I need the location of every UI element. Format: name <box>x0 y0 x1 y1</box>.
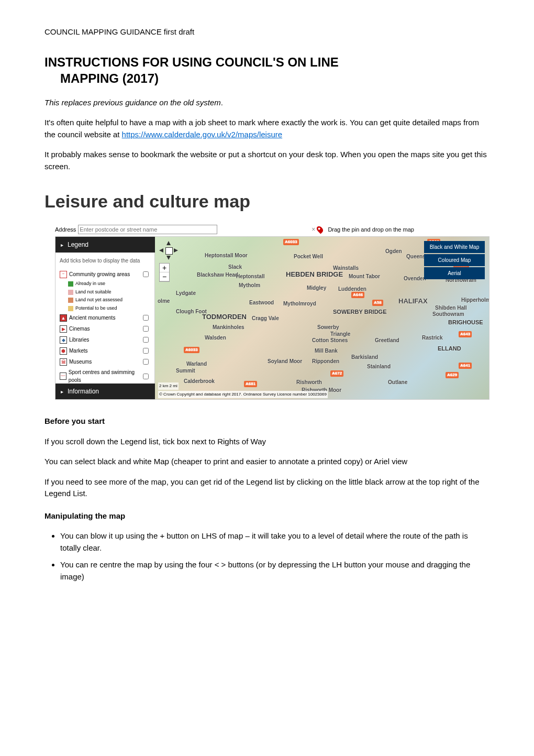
map-place: Soyland Moor <box>268 357 302 365</box>
map-topbar: Address × Drag the pin and drop on the m… <box>55 223 490 236</box>
legend-item-ancient-monuments: ▲Ancient monuments <box>60 312 150 323</box>
map-place: Ovenden <box>404 275 426 282</box>
intro-para-2: It probably makes sense to bookmark the … <box>44 149 490 172</box>
map-section-title: Leisure and culture map <box>44 188 490 215</box>
legend-sub-label: Land not suitable <box>75 289 112 296</box>
manipulating-heading: Manipulating the map <box>44 510 490 522</box>
legend-sub-not-assessed: Land not yet assessed <box>60 296 150 304</box>
zoom-out-button[interactable]: − <box>160 272 169 281</box>
legend-item-sport-centres: 〰Sport centres and swimming pools <box>60 367 150 384</box>
legend-sub-already-in-use: Already in use <box>60 280 150 288</box>
map-place: Calderbrook <box>184 377 215 385</box>
map-copyright: © Crown Copyright and database right 201… <box>158 391 328 398</box>
pin-icon[interactable] <box>316 225 325 234</box>
legend-checkbox[interactable] <box>143 374 149 379</box>
nav-right-button[interactable] <box>174 248 178 253</box>
page-header: COUNCIL MAPPING GUIDANCE first draft <box>44 26 490 38</box>
map-road: A58 <box>372 300 383 306</box>
map-place: Barkisland <box>351 353 378 361</box>
sport-centres-icon: 〰 <box>60 372 66 380</box>
legend-label: Sport centres and swimming pools <box>69 368 141 384</box>
map-place: Ogden <box>385 247 402 255</box>
address-input[interactable] <box>78 225 217 234</box>
drag-pin-text: Drag the pin and drop on the map <box>328 225 414 234</box>
nav-home-button[interactable] <box>165 247 173 255</box>
list-item: You can re centre the map by using the f… <box>60 559 490 583</box>
close-icon[interactable]: × <box>312 225 315 234</box>
map-place: Heptonstall Moor <box>205 251 248 259</box>
map-place: Cotton Stones <box>312 336 348 344</box>
map-place: Midgley <box>307 284 326 292</box>
title-line-1: INSTRUCTIONS FOR USING COUNCIL'S ON LINE <box>44 55 339 69</box>
map-road: A6033 <box>283 239 299 245</box>
legend-scroll[interactable]: Add ticks below to display the data −Com… <box>55 253 155 384</box>
map-road: A6033 <box>184 347 199 353</box>
map-view[interactable]: + − Black and White Map Coloured Map Aer… <box>155 237 489 399</box>
title-line-2: MAPPING (2017) <box>44 70 490 86</box>
map-place: Heptonstall <box>236 272 264 280</box>
ancient-monuments-icon: ▲ <box>60 314 67 322</box>
swatch-icon <box>68 298 73 303</box>
legend-sub-label: Already in use <box>75 280 105 288</box>
main-title: INSTRUCTIONS FOR USING COUNCIL'S ON LINE… <box>44 54 490 86</box>
map-screenshot: Address × Drag the pin and drop on the m… <box>55 223 490 400</box>
map-place: SOWERBY BRIDGE <box>333 308 386 316</box>
legend-item-community-growing: −Community growing areas <box>60 269 150 280</box>
before-start-p1: If you scroll down the Legend list, tick… <box>44 436 490 448</box>
map-place: Slack <box>228 263 242 271</box>
community-growing-icon: − <box>60 271 67 278</box>
nav-pad <box>159 241 178 260</box>
map-place: Rishworth <box>296 378 322 386</box>
nav-up-button[interactable] <box>166 241 171 245</box>
zoom-in-button[interactable]: + <box>160 264 169 272</box>
map-road: A672 <box>330 370 343 377</box>
map-place: Cragg Vale <box>252 314 279 322</box>
map-body: Legend Add ticks below to display the da… <box>55 236 490 400</box>
legend-checkbox[interactable] <box>143 315 149 321</box>
map-place: HEBDEN BRIDGE <box>286 269 343 280</box>
map-place: Mankinholes <box>213 323 244 331</box>
museums-icon: 🏛 <box>60 358 67 366</box>
legend-label: Community growing areas <box>69 270 130 278</box>
map-place: Pocket Well <box>294 253 323 260</box>
map-place: Ripponden <box>312 357 339 365</box>
swatch-icon <box>68 281 73 287</box>
swatch-icon <box>68 290 73 295</box>
legend-checkbox[interactable] <box>143 326 149 332</box>
map-type-colour-button[interactable]: Coloured Map <box>424 254 485 266</box>
map-road: A643 <box>459 331 472 337</box>
manipulating-list: You can blow it up using the + button on… <box>44 530 490 583</box>
map-place: Greetland <box>375 336 399 344</box>
before-start-heading: Before you start <box>44 415 490 428</box>
legend-sub-label: Potential to be used <box>75 305 117 312</box>
map-type-aerial-button[interactable]: Aerial <box>424 267 485 279</box>
legend-hint: Add ticks below to display the data <box>60 257 150 265</box>
legend-checkbox[interactable] <box>143 337 149 343</box>
legend-label: Markets <box>69 347 88 355</box>
maps-link[interactable]: https://www.calderdale.gov.uk/v2/maps/le… <box>122 130 283 139</box>
intro-italic: This replaces previous guidance on the o… <box>44 98 221 107</box>
map-place: Mytholm <box>239 281 260 289</box>
map-type-bw-button[interactable]: Black and White Map <box>424 241 485 253</box>
map-place: Blackshaw Head <box>197 271 238 279</box>
map-place: HALIFAX <box>398 296 428 306</box>
map-place: TODMORDEN <box>202 312 247 322</box>
map-road: A641 <box>459 363 472 369</box>
information-header[interactable]: Information <box>55 384 155 399</box>
map-road: A629 <box>446 372 459 378</box>
nav-left-button[interactable] <box>159 248 163 253</box>
legend-header[interactable]: Legend <box>55 237 155 253</box>
swatch-icon <box>68 306 73 311</box>
before-start-p3: If you need to see more of the map, you … <box>44 476 490 500</box>
map-place: Walsden <box>205 334 226 342</box>
nav-down-button[interactable] <box>166 256 171 260</box>
legend-checkbox[interactable] <box>143 359 149 365</box>
map-place: Mill Bank <box>315 347 338 355</box>
map-type-buttons: Black and White Map Coloured Map Aerial <box>424 241 485 279</box>
legend-checkbox[interactable] <box>143 271 149 277</box>
zoom-controls: + − <box>159 263 170 282</box>
legend-checkbox[interactable] <box>143 348 149 354</box>
map-place: Mytholmroyd <box>283 300 316 308</box>
legend-panel: Legend Add ticks below to display the da… <box>55 237 155 399</box>
legend-label: Ancient monuments <box>69 314 115 322</box>
